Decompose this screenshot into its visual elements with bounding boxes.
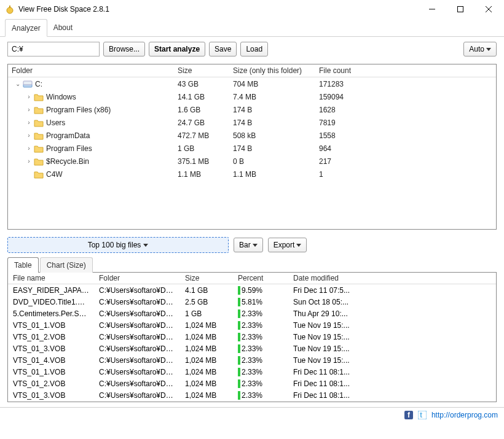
load-button[interactable]: Load (240, 42, 268, 56)
expand-icon[interactable]: › (25, 106, 33, 113)
cell-folder: C:¥Users¥softaro¥Deskt... (94, 391, 180, 400)
cell-percent: 2.33% (233, 344, 288, 353)
tab-table[interactable]: Table (7, 257, 39, 273)
tree-label: C: (35, 80, 42, 88)
chevron-down-icon (296, 244, 301, 247)
tree-row[interactable]: ›Program Files1 GB174 B964 (8, 142, 496, 155)
col-header-size[interactable]: Size (180, 274, 233, 282)
cell-size: 4.1 GB (180, 286, 233, 295)
midbar: Top 100 big files Bar Export (0, 230, 504, 257)
cell-folder: C:¥Users¥softaro¥Deskt... (94, 298, 180, 306)
tree-label: $Recycle.Bin (46, 157, 89, 166)
cell-filename: DVD_VIDEO.Title1.mkv (8, 298, 94, 306)
tree-row[interactable]: ›Windows14.1 GB7.4 MB159094 (8, 90, 496, 103)
col-header-date[interactable]: Date modified (288, 274, 368, 282)
cell-percent: 2.33% (233, 321, 288, 330)
percent-bar (238, 298, 240, 306)
file-table[interactable]: File name Folder Size Percent Date modif… (7, 272, 497, 402)
auto-dropdown[interactable]: Auto (463, 42, 497, 56)
top-100-big-files-button[interactable]: Top 100 big files (7, 237, 229, 253)
expand-icon[interactable]: › (25, 132, 33, 139)
cell-date: Tue Nov 19 15:... (288, 344, 368, 353)
cell-folder: C:¥Users¥softaro¥Deskt... (94, 321, 180, 330)
expand-icon[interactable]: › (25, 119, 33, 126)
cell-size: 1,024 MB (180, 391, 233, 400)
tree-label: Users (46, 118, 65, 127)
tree-row[interactable]: ›$Recycle.Bin375.1 MB0 B217 (8, 155, 496, 168)
bar-dropdown[interactable]: Bar (234, 238, 263, 252)
tree-row[interactable]: ›Program Files (x86)1.6 GB174 B1628 (8, 103, 496, 116)
svg-rect-3 (458, 7, 463, 12)
cell-folder: C:¥Users¥softaro¥Deskt... (94, 368, 180, 376)
tab-analyzer[interactable]: Analyzer (5, 19, 47, 37)
export-dropdown[interactable]: Export (268, 238, 307, 252)
table-row[interactable]: VTS_01_3.VOBC:¥Users¥softaro¥Deskt...1,0… (8, 343, 496, 354)
cell-percent: 5.81% (233, 298, 288, 306)
cell-size: 1,024 MB (180, 344, 233, 353)
path-input[interactable] (7, 42, 100, 56)
minimize-button[interactable] (418, 0, 446, 18)
close-button[interactable] (474, 0, 503, 18)
cell-size: 1,024 MB (180, 333, 233, 341)
tree-label: C4W (46, 170, 63, 179)
tree-row-root[interactable]: ⌄ C: 43 GB 704 MB 171283 (8, 77, 496, 90)
tab-chart-size[interactable]: Chart (Size) (40, 257, 93, 273)
folder-icon (34, 93, 44, 101)
browse-button[interactable]: Browse... (103, 42, 145, 56)
chevron-down-icon (253, 244, 258, 247)
svg-rect-7 (23, 81, 32, 85)
cell-filename: VTS_01_3.VOB (8, 344, 94, 353)
maximize-button[interactable] (446, 0, 474, 18)
tab-about[interactable]: About (47, 18, 79, 36)
table-row[interactable]: VTS_01_2.VOBC:¥Users¥softaro¥Deskt...1,0… (8, 331, 496, 343)
table-row[interactable]: 5.Centimeters.Per.Secon...C:¥Users¥softa… (8, 308, 496, 319)
tree-header: Folder Size Size (only this folder) File… (8, 64, 496, 77)
table-row[interactable]: VTS_01_3.VOBC:¥Users¥softaro¥Deskt...1,0… (8, 389, 496, 401)
table-row[interactable]: DVD_VIDEO.Title1.mkvC:¥Users¥softaro¥Des… (8, 296, 496, 308)
percent-bar (238, 344, 240, 353)
toolbar: Browse... Start analyze Save Load Auto (0, 37, 504, 64)
expand-icon[interactable]: › (25, 145, 33, 152)
tree-row[interactable]: C4W1.1 MB1.1 MB1 (8, 168, 496, 181)
expand-icon[interactable]: › (25, 93, 33, 100)
col-header-folder[interactable]: Folder (94, 274, 180, 282)
col-header-sizethis[interactable]: Size (only this folder) (229, 66, 315, 75)
cell-folder: C:¥Users¥softaro¥Deskt... (94, 344, 180, 353)
cell-folder: C:¥Users¥softaro¥Deskt... (94, 333, 180, 341)
folder-tree[interactable]: Folder Size Size (only this folder) File… (7, 64, 497, 230)
window-title: View Free Disk Space 2.8.1 (18, 5, 418, 14)
tree-row[interactable]: ›Users24.7 GB174 B7819 (8, 116, 496, 129)
tree-label: Program Files (46, 144, 92, 153)
table-row[interactable]: VTS_01_1.VOBC:¥Users¥softaro¥Deskt...1,0… (8, 319, 496, 331)
start-analyze-button[interactable]: Start analyze (149, 42, 205, 56)
homepage-link[interactable]: http://orderprog.com (431, 411, 498, 419)
save-button[interactable]: Save (209, 42, 237, 56)
table-row[interactable]: VTS_01_1.VOBC:¥Users¥softaro¥Deskt...1,0… (8, 366, 496, 378)
tree-row[interactable]: ›ProgramData472.7 MB508 kB1558 (8, 129, 496, 142)
cell-date: Tue Nov 19 15:... (288, 321, 368, 330)
percent-bar (238, 391, 240, 400)
cell-percent: 9.59% (233, 286, 288, 295)
twitter-icon[interactable]: t (418, 411, 427, 419)
col-header-count[interactable]: File count (315, 66, 377, 75)
cell-percent: 2.33% (233, 356, 288, 365)
tree-label: Windows (46, 93, 76, 101)
col-header-percent[interactable]: Percent (233, 274, 288, 282)
collapse-icon[interactable]: ⌄ (14, 80, 22, 87)
expand-icon[interactable]: › (25, 158, 33, 165)
col-header-size[interactable]: Size (174, 66, 229, 75)
table-row[interactable]: VTS_01_2.VOBC:¥Users¥softaro¥Deskt...1,0… (8, 378, 496, 389)
table-row[interactable]: EASY_RIDER_JAPAN.isoC:¥Users¥softaro¥Des… (8, 284, 496, 296)
table-row[interactable]: VTS_01_4.VOBC:¥Users¥softaro¥Deskt...1,0… (8, 354, 496, 366)
col-header-folder[interactable]: Folder (8, 66, 174, 75)
cell-date: Sun Oct 18 05:... (288, 298, 368, 306)
facebook-icon[interactable]: f (404, 411, 413, 419)
tree-label: Program Files (x86) (46, 106, 111, 114)
bottom-tabs: Table Chart (Size) (7, 257, 497, 273)
chevron-down-icon (486, 48, 491, 51)
cell-filename: VTS_01_1.VOB (8, 321, 94, 330)
col-header-filename[interactable]: File name (8, 274, 94, 282)
folder-icon (34, 144, 44, 153)
table-header: File name Folder Size Percent Date modif… (8, 273, 496, 284)
cell-size: 1 GB (180, 309, 233, 318)
